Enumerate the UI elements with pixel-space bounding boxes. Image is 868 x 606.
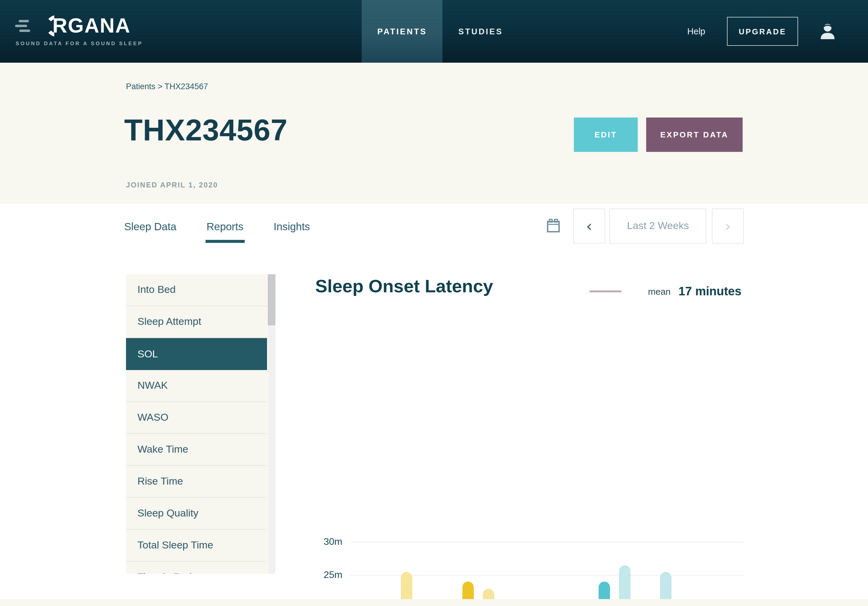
sidebar-item-waso[interactable]: WASO — [126, 402, 267, 434]
user-icon[interactable] — [817, 21, 838, 42]
next-period-button[interactable]: › — [712, 209, 744, 243]
scrollbar-thumb[interactable] — [268, 274, 276, 325]
sound-bars-icon — [15, 20, 31, 33]
help-link[interactable]: Help — [687, 26, 705, 36]
export-data-button[interactable]: EXPORT DATA — [646, 118, 742, 152]
sidebar-item-time-in-bed[interactable]: Time in Bed — [126, 562, 267, 574]
chart-legend: mean 17 minutes — [589, 284, 741, 298]
legend-label: mean — [648, 286, 671, 296]
nav-tab-patients[interactable]: PATIENTS — [362, 0, 443, 63]
page-title: THX234567 — [124, 113, 288, 148]
metric-list: Into BedSleep AttemptSOLNWAKWASOWake Tim… — [126, 274, 267, 574]
top-nav: RGANA SOUND DATA FOR A SOUND SLEEP PATIE… — [0, 0, 868, 63]
logo-ring-icon — [31, 14, 54, 40]
chevron-left-icon: ‹ — [586, 220, 592, 232]
gridline-30m — [350, 541, 744, 542]
footer-strip — [0, 599, 868, 606]
sidebar-item-sleep-attempt[interactable]: Sleep Attempt — [126, 306, 267, 338]
content-area: Sleep DataReportsInsights ‹ Last 2 Weeks… — [0, 204, 868, 599]
report-tabs: Sleep DataReportsInsights — [124, 220, 310, 243]
sidebar-item-wake-time[interactable]: Wake Time — [126, 434, 267, 466]
tab-insights[interactable]: Insights — [274, 220, 310, 243]
sidebar-item-sleep-quality[interactable]: Sleep Quality — [126, 498, 267, 530]
scrollbar-track — [268, 274, 276, 574]
chevron-right-icon: › — [725, 220, 731, 232]
upgrade-button[interactable]: UPGRADE — [727, 17, 798, 46]
sidebar-item-nwak[interactable]: NWAK — [126, 370, 267, 402]
sidebar-item-into-bed[interactable]: Into Bed — [126, 274, 267, 306]
tab-reports[interactable]: Reports — [206, 220, 243, 243]
nav-tab-studies[interactable]: STUDIES — [443, 0, 519, 63]
mean-line-swatch — [589, 291, 622, 292]
date-range-nav: ‹ Last 2 Weeks › — [547, 209, 744, 243]
sidebar-item-rise-time[interactable]: Rise Time — [126, 466, 267, 498]
brand-name: RGANA — [53, 13, 130, 37]
breadcrumb[interactable]: Patients > THX234567 — [126, 82, 208, 91]
nav-tabs: PATIENTSSTUDIES — [362, 0, 519, 63]
brand-tagline: SOUND DATA FOR A SOUND SLEEP — [16, 40, 143, 46]
y-tick-30m: 30m — [306, 536, 343, 547]
edit-button[interactable]: EDIT — [574, 118, 638, 152]
period-selector[interactable]: Last 2 Weeks — [609, 209, 707, 243]
sidebar-item-sol[interactable]: SOL — [126, 338, 267, 370]
page-header: Patients > THX234567 THX234567 JOINED AP… — [0, 63, 868, 204]
organa-logo[interactable]: RGANA SOUND DATA FOR A SOUND SLEEP — [15, 13, 154, 51]
sidebar-item-total-sleep-time[interactable]: Total Sleep Time — [126, 530, 267, 562]
prev-period-button[interactable]: ‹ — [573, 209, 605, 243]
calendar-icon[interactable] — [547, 219, 560, 233]
y-tick-25m: 25m — [306, 570, 343, 581]
tab-sleep-data[interactable]: Sleep Data — [124, 220, 176, 243]
nav-right: Help UPGRADE — [687, 0, 868, 63]
joined-date-label: JOINED APRIL 1, 2020 — [126, 181, 218, 189]
legend-value: 17 minutes — [679, 284, 741, 298]
app-window: RGANA SOUND DATA FOR A SOUND SLEEP PATIE… — [0, 0, 868, 606]
chart-title: Sleep Onset Latency — [315, 276, 493, 296]
